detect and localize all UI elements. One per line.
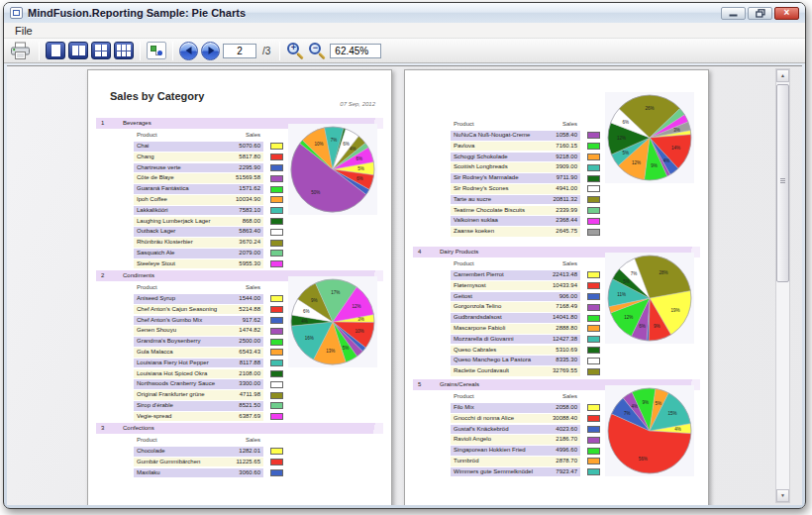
sales-cell: 2368.44 bbox=[556, 216, 577, 226]
legend-swatch bbox=[270, 175, 283, 182]
product-cell: NuNuCa Nuß-Nougat-Creme bbox=[454, 131, 530, 141]
column-header-sales: Sales bbox=[246, 131, 260, 140]
column-header-sales: Sales bbox=[562, 392, 577, 401]
menu-file[interactable]: File bbox=[11, 25, 37, 37]
sales-cell: 1474.82 bbox=[239, 326, 260, 336]
pie-slice-label: 19% bbox=[670, 308, 679, 313]
product-cell: Chocolade bbox=[137, 447, 165, 457]
zoom-level-input[interactable] bbox=[330, 44, 381, 58]
sales-cell: 4023.60 bbox=[556, 425, 577, 435]
toolbar-separator bbox=[140, 42, 141, 60]
legend-swatch bbox=[270, 413, 283, 420]
legend-swatch bbox=[587, 426, 600, 433]
table-row: Gorgonzola Telino7168.49 bbox=[451, 302, 580, 312]
close-button[interactable]: × bbox=[774, 7, 799, 20]
table-row: Northwoods Cranberry Sauce3300.00 bbox=[134, 379, 263, 389]
legend-swatch bbox=[270, 229, 283, 236]
minimize-button[interactable] bbox=[721, 7, 746, 20]
product-cell: Wimmers gute Semmelknödel bbox=[454, 467, 533, 477]
one-page-view-button[interactable] bbox=[46, 42, 65, 59]
legend-swatch bbox=[270, 218, 283, 225]
zoom-in-button[interactable]: + bbox=[286, 42, 305, 60]
pie-slice-label: 50% bbox=[311, 190, 320, 195]
product-cell: Schoggi Schokolade bbox=[454, 153, 508, 162]
zoom-out-button[interactable]: − bbox=[308, 42, 327, 60]
four-page-view-button[interactable] bbox=[91, 42, 111, 59]
table-row: Camembert Pierrot22413.48 bbox=[451, 270, 580, 280]
scroll-down-button[interactable]: ▼ bbox=[776, 489, 789, 502]
legend-swatch bbox=[270, 317, 283, 324]
next-page-button[interactable] bbox=[201, 42, 220, 60]
sales-cell: 2108.00 bbox=[239, 369, 260, 379]
report-date: 07 Sep, 2012 bbox=[340, 101, 375, 107]
column-header-sales: Sales bbox=[246, 283, 260, 292]
section-number: 1 bbox=[101, 118, 104, 129]
app-icon[interactable] bbox=[10, 7, 23, 19]
title-bar: MindFusion.Reporting Sample: Pie Charts … bbox=[4, 3, 805, 23]
product-cell: Ipoh Coffee bbox=[137, 195, 167, 205]
product-cell: Valkoinen suklaa bbox=[454, 216, 498, 226]
pie-slice-label: 6% bbox=[622, 120, 629, 125]
legend-swatch bbox=[270, 370, 283, 377]
table-row: Louisiana Fiery Hot Pepper8117.88 bbox=[134, 359, 263, 368]
sales-cell: 3300.00 bbox=[239, 379, 260, 389]
product-cell: Lakkalikööri bbox=[137, 206, 168, 216]
green-node-icon bbox=[151, 46, 156, 52]
legend-swatch bbox=[270, 459, 283, 465]
page-number-input[interactable] bbox=[223, 44, 256, 58]
table-row: Ipoh Coffee10034.90 bbox=[134, 195, 263, 205]
table-row: Sir Rodney's Scones4941.00 bbox=[451, 184, 580, 194]
column-header-product: Product bbox=[137, 436, 157, 445]
preview-area: Sales by Category 07 Sep, 2012 1Beverage… bbox=[7, 65, 802, 505]
table-row: Singaporean Hokkien Fried4996.60 bbox=[451, 446, 580, 456]
product-cell: Guaraná Fantástica bbox=[137, 184, 189, 194]
sales-cell: 6543.43 bbox=[239, 348, 260, 358]
table-header: ProductSales bbox=[451, 392, 580, 401]
product-cell: Genen Shouyu bbox=[137, 326, 176, 336]
scrollbar-thumb[interactable] bbox=[776, 84, 789, 282]
product-cell: Zaanse koeken bbox=[454, 227, 494, 237]
sales-cell: 30088.40 bbox=[553, 414, 577, 424]
previous-page-button[interactable] bbox=[179, 42, 198, 60]
table-row: Gustaf's Knäckebröd4023.60 bbox=[451, 425, 580, 435]
product-cell: Gnocchi di nonna Alice bbox=[454, 414, 514, 424]
table-row: Wimmers gute Semmelknödel7923.47 bbox=[451, 467, 580, 477]
page-setup-button[interactable] bbox=[147, 42, 166, 59]
sales-cell: 11225.65 bbox=[236, 458, 260, 467]
product-cell: Pavlova bbox=[454, 142, 474, 152]
table-row: Outback Lager5863.40 bbox=[134, 227, 263, 237]
pie-slice-label: 12% bbox=[624, 315, 633, 320]
pie-slice-label: 9% bbox=[643, 400, 650, 405]
product-cell: Chai bbox=[137, 142, 149, 152]
sales-cell: 10034.90 bbox=[236, 195, 260, 205]
legend-swatch bbox=[270, 469, 283, 476]
section-number: 5 bbox=[418, 379, 421, 390]
legend-swatch bbox=[587, 448, 600, 455]
product-cell: Mozzarella di Giovanni bbox=[454, 335, 514, 345]
sales-cell: 5863.40 bbox=[239, 227, 260, 237]
product-cell: Sasquatch Ale bbox=[137, 249, 174, 258]
table-row: Geitost906.00 bbox=[451, 292, 580, 302]
pie-slice-label: 6% bbox=[639, 324, 646, 329]
legend-swatch bbox=[587, 325, 600, 332]
legend-swatch bbox=[587, 143, 600, 150]
print-button[interactable] bbox=[8, 41, 33, 61]
section-number: 2 bbox=[101, 270, 104, 281]
legend-swatch bbox=[587, 282, 600, 289]
product-cell: Aniseed Syrup bbox=[137, 294, 175, 304]
two-page-view-button[interactable] bbox=[68, 42, 88, 59]
legend-swatch bbox=[270, 207, 283, 214]
pie-slice-label: 4% bbox=[631, 404, 638, 409]
six-page-view-button[interactable] bbox=[114, 42, 134, 59]
section-band: 3Confections bbox=[96, 423, 383, 434]
table-row: Valkoinen suklaa2368.44 bbox=[451, 216, 580, 226]
pie-slice-label: 10% bbox=[355, 329, 363, 334]
restore-button[interactable] bbox=[748, 7, 772, 20]
product-cell: Tunnbröd bbox=[454, 457, 478, 466]
product-cell: Teatime Chocolate Biscuits bbox=[454, 206, 525, 216]
legend-swatch bbox=[587, 458, 600, 464]
vertical-scrollbar[interactable]: ▲ ▼ bbox=[775, 68, 790, 503]
table-row: Queso Manchego La Pastora8335.30 bbox=[451, 356, 580, 365]
scroll-up-button[interactable]: ▲ bbox=[776, 69, 789, 82]
legend-swatch bbox=[587, 315, 600, 322]
